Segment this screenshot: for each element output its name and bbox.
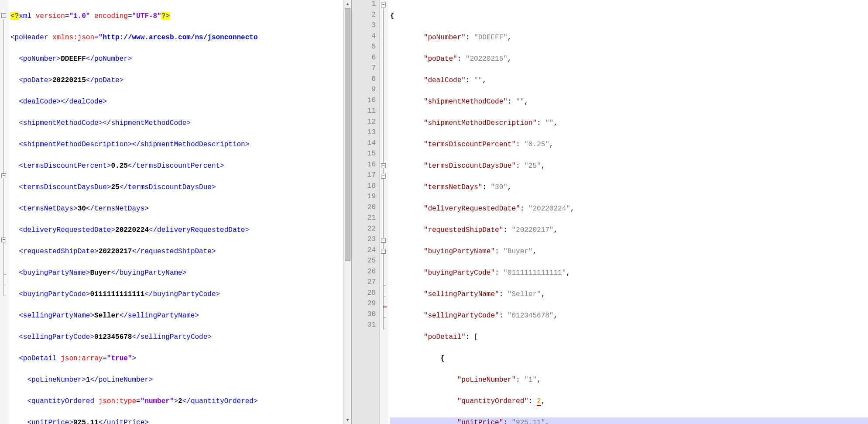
fold-toggle-icon[interactable]: − <box>381 249 386 254</box>
fold-toggle-icon[interactable]: − <box>381 174 386 179</box>
fold-toggle-icon[interactable]: − <box>1 238 6 242</box>
scrollbar-thumb[interactable] <box>345 8 350 261</box>
xml-pi-close: ?> <box>161 12 170 20</box>
fold-toggle-icon[interactable]: − <box>381 163 386 168</box>
diff-marker-icon <box>383 307 387 307</box>
json-code-area[interactable]: { "poNumber": "DDEEFF", "poDate": "20220… <box>388 0 868 424</box>
scroll-down-icon[interactable]: ▼ <box>344 416 351 424</box>
xml-editor-pane: − − − <?xml version="1.0" encoding="UTF-… <box>0 0 352 424</box>
fold-toggle-icon[interactable]: − <box>1 173 6 178</box>
scroll-up-icon[interactable]: ▲ <box>344 0 351 8</box>
json-fold-gutter[interactable]: − − − − − <box>380 0 388 424</box>
quantity-ordered-value: 2 <box>537 397 541 406</box>
json-line-numbers: 1 2 3 4 5 6 7 8 9 10 11 12 13 14 15 16 1… <box>355 0 380 424</box>
xml-tag: poHeader <box>15 34 48 41</box>
xml-vertical-scrollbar[interactable]: ▲ ▼ <box>343 0 351 424</box>
xml-fold-gutter[interactable]: − − − <box>0 0 9 424</box>
xml-pi-open: <? <box>10 12 19 20</box>
fold-toggle-icon[interactable]: − <box>381 3 386 7</box>
pane-splitter[interactable] <box>352 0 355 424</box>
fold-toggle-icon[interactable]: − <box>381 238 386 243</box>
namespace-url: http://www.arcesb.com/ns/jsonconnecto <box>103 34 257 41</box>
xml-code-area[interactable]: <?xml version="1.0" encoding="UTF-8"?> <… <box>9 0 343 424</box>
line-number: 1 <box>355 0 376 11</box>
json-editor-pane: 1 2 3 4 5 6 7 8 9 10 11 12 13 14 15 16 1… <box>355 0 868 424</box>
fold-toggle-icon[interactable]: − <box>1 13 6 18</box>
